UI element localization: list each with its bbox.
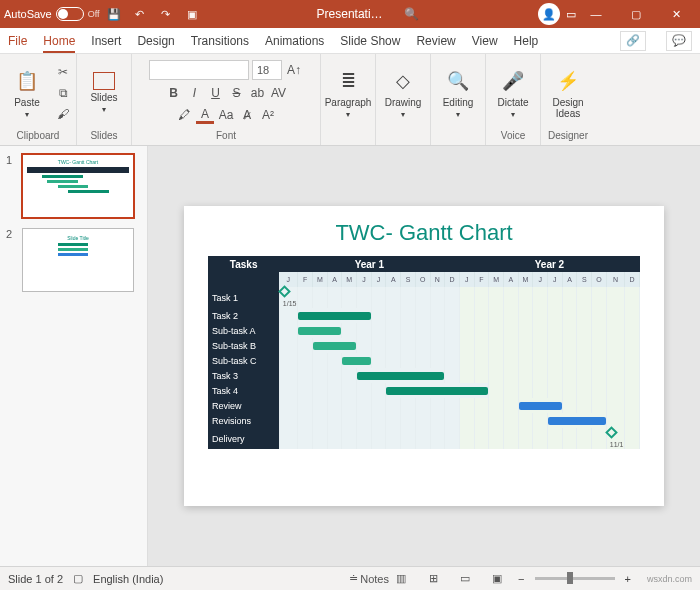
slideshow-view-icon[interactable]: ▣ (486, 570, 508, 588)
tab-review[interactable]: Review (416, 30, 455, 52)
shadow-button[interactable]: ab (249, 84, 267, 102)
tab-animations[interactable]: Animations (265, 30, 324, 52)
title-bar: AutoSave Off 💾 ↶ ↷ ▣ Presentati… 🔍 👤 ▭ —… (0, 0, 700, 28)
status-bar: Slide 1 of 2 ▢ English (India) ≐Notes ▥ … (0, 566, 700, 590)
group-paragraph: ≣ Paragraph▾ (321, 54, 376, 145)
col-tasks: Tasks (208, 256, 279, 272)
gantt-row-label: Delivery (208, 428, 279, 449)
autosave-pill[interactable] (56, 7, 84, 21)
paste-button[interactable]: 📋 Paste ▾ (4, 61, 50, 125)
italic-button[interactable]: I (186, 84, 204, 102)
highlight-icon[interactable]: 🖍 (175, 106, 193, 124)
col-year1: Year 1 (279, 256, 459, 272)
slide-thumb-2[interactable]: Slide Title (22, 228, 134, 292)
watermark: wsxdn.com (647, 574, 692, 584)
underline-button[interactable]: U (207, 84, 225, 102)
normal-view-icon[interactable]: ▥ (390, 570, 412, 588)
share-button[interactable]: 🔗 (620, 31, 646, 51)
chevron-down-icon: ▾ (25, 110, 29, 119)
redo-icon[interactable]: ↷ (154, 3, 178, 25)
paste-icon: 📋 (13, 67, 41, 95)
tab-slideshow[interactable]: Slide Show (340, 30, 400, 52)
format-painter-icon[interactable]: 🖌 (54, 105, 72, 123)
bold-button[interactable]: B (165, 84, 183, 102)
chevron-down-icon: ▾ (102, 105, 106, 114)
font-size-input[interactable] (252, 60, 282, 80)
gantt-row-label: Task 3 (208, 368, 279, 383)
paragraph-button[interactable]: ≣ Paragraph▾ (325, 61, 371, 125)
account-icon[interactable]: 👤 (538, 3, 560, 25)
accessibility-icon[interactable]: ▢ (73, 572, 83, 585)
copy-icon[interactable]: ⧉ (54, 84, 72, 102)
slide-thumb-1[interactable]: TWC- Gantt Chart (22, 154, 134, 218)
tab-help[interactable]: Help (514, 30, 539, 52)
spacing-icon[interactable]: AV (270, 84, 288, 102)
autosave-toggle[interactable]: AutoSave Off (4, 7, 100, 21)
change-case-icon[interactable]: Aa (217, 106, 235, 124)
tab-design[interactable]: Design (137, 30, 174, 52)
group-editing: 🔍 Editing▾ (431, 54, 486, 145)
content-area: 1 TWC- Gantt Chart 2 Slide Title TWC- Ga… (0, 146, 700, 566)
group-slides: Slides ▾ Slides (77, 54, 132, 145)
group-voice: 🎤 Dictate▾ Voice (486, 54, 541, 145)
gantt-row-label: Review (208, 398, 279, 413)
grow-font-icon[interactable]: A↑ (285, 61, 303, 79)
zoom-slider[interactable] (535, 577, 615, 580)
editing-button[interactable]: 🔍 Editing▾ (435, 61, 481, 125)
maximize-button[interactable]: ▢ (616, 0, 656, 28)
design-ideas-button[interactable]: ⚡ Design Ideas (545, 61, 591, 125)
design-ideas-icon: ⚡ (554, 67, 582, 95)
zoom-in-button[interactable]: + (625, 573, 631, 585)
close-button[interactable]: ✕ (656, 0, 696, 28)
paragraph-icon: ≣ (334, 67, 362, 95)
autosave-state: Off (88, 9, 100, 19)
slides-button[interactable]: Slides ▾ (81, 61, 127, 125)
tab-home[interactable]: Home (43, 30, 75, 52)
language-status[interactable]: English (India) (93, 573, 163, 585)
gantt-row-label: Sub-task B (208, 338, 279, 353)
clear-format-icon[interactable]: A̷ (238, 106, 256, 124)
start-slideshow-icon[interactable]: ▣ (180, 3, 204, 25)
group-label-font: Font (136, 130, 316, 141)
tab-file[interactable]: File (8, 30, 27, 52)
superscript-icon[interactable]: A² (259, 106, 277, 124)
minimize-button[interactable]: — (576, 0, 616, 28)
search-icon[interactable]: 🔍 (404, 7, 419, 21)
group-drawing: ◇ Drawing▾ (376, 54, 431, 145)
gantt-chart: Tasks Year 1 Year 2 JFMAMJJASONDJFMAMJJA… (208, 256, 640, 449)
save-icon[interactable]: 💾 (102, 3, 126, 25)
strike-button[interactable]: S (228, 84, 246, 102)
mic-icon: 🎤 (499, 67, 527, 95)
notes-button[interactable]: ≐Notes (358, 570, 380, 588)
ribbon-display-icon[interactable]: ▭ (566, 8, 576, 21)
tab-insert[interactable]: Insert (91, 30, 121, 52)
reading-view-icon[interactable]: ▭ (454, 570, 476, 588)
slide-thumbnails: 1 TWC- Gantt Chart 2 Slide Title (0, 146, 148, 566)
tab-transitions[interactable]: Transitions (191, 30, 249, 52)
window-title: Presentati… 🔍 (204, 7, 532, 21)
comments-button[interactable]: 💬 (666, 31, 692, 51)
slide-title: TWC- Gantt Chart (208, 220, 640, 246)
thumb-number-1: 1 (6, 154, 18, 218)
group-designer: ⚡ Design Ideas Designer (541, 54, 595, 145)
autosave-label: AutoSave (4, 8, 52, 20)
slide-canvas[interactable]: TWC- Gantt Chart Tasks Year 1 Year 2 JFM… (184, 206, 664, 506)
slides-icon (93, 72, 115, 90)
zoom-out-button[interactable]: − (518, 573, 524, 585)
tab-view[interactable]: View (472, 30, 498, 52)
font-color-icon[interactable]: A (196, 106, 214, 124)
ribbon-tabs: File Home Insert Design Transitions Anim… (0, 28, 700, 54)
dictate-button[interactable]: 🎤 Dictate▾ (490, 61, 536, 125)
group-clipboard: 📋 Paste ▾ ✂ ⧉ 🖌 Clipboard (0, 54, 77, 145)
thumb-number-2: 2 (6, 228, 18, 292)
shapes-icon: ◇ (389, 67, 417, 95)
undo-icon[interactable]: ↶ (128, 3, 152, 25)
slide-stage[interactable]: TWC- Gantt Chart Tasks Year 1 Year 2 JFM… (148, 146, 700, 566)
drawing-button[interactable]: ◇ Drawing▾ (380, 61, 426, 125)
font-name-input[interactable] (149, 60, 249, 80)
gantt-row-label: Task 1 (208, 287, 279, 308)
cut-icon[interactable]: ✂ (54, 63, 72, 81)
window-controls: — ▢ ✕ (576, 0, 696, 28)
sorter-view-icon[interactable]: ⊞ (422, 570, 444, 588)
gantt-row-label: Sub-task A (208, 323, 279, 338)
